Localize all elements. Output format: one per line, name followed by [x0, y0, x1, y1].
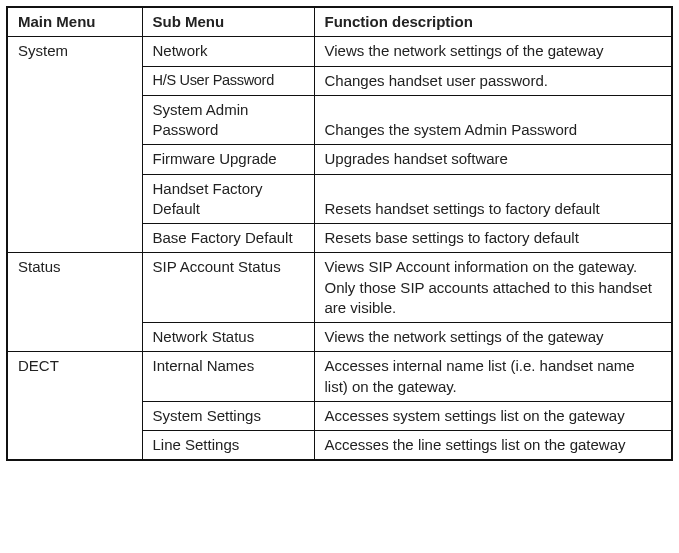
sub-menu-cell: Handset Factory Default — [142, 174, 314, 224]
menu-table: Main Menu Sub Menu Function description … — [6, 6, 673, 461]
main-menu-cell: System — [7, 37, 142, 253]
sub-menu-cell: Network Status — [142, 323, 314, 352]
desc-cell: Resets base settings to factory default — [314, 224, 672, 253]
sub-menu-cell: Base Factory Default — [142, 224, 314, 253]
table-header-row: Main Menu Sub Menu Function description — [7, 7, 672, 37]
desc-cell: Changes handset user password. — [314, 66, 672, 95]
desc-cell: Views SIP Account information on the gat… — [314, 253, 672, 323]
sub-menu-cell: Firmware Upgrade — [142, 145, 314, 174]
sub-menu-cell: System Settings — [142, 401, 314, 430]
desc-cell: Accesses internal name list (i.e. handse… — [314, 352, 672, 402]
table-row: DECT Internal Names Accesses internal na… — [7, 352, 672, 402]
header-main: Main Menu — [7, 7, 142, 37]
sub-menu-cell: Internal Names — [142, 352, 314, 402]
desc-cell: Resets handset settings to factory defau… — [314, 174, 672, 224]
sub-menu-cell: Line Settings — [142, 431, 314, 461]
desc-cell: Accesses system settings list on the gat… — [314, 401, 672, 430]
desc-cell: Accesses the line settings list on the g… — [314, 431, 672, 461]
sub-menu-cell: System Admin Password — [142, 95, 314, 145]
page: Main Menu Sub Menu Function description … — [0, 0, 679, 467]
sub-menu-cell: Network — [142, 37, 314, 66]
main-menu-cell: DECT — [7, 352, 142, 461]
header-desc: Function description — [314, 7, 672, 37]
table-row: Status SIP Account Status Views SIP Acco… — [7, 253, 672, 323]
desc-cell: Views the network settings of the gatewa… — [314, 37, 672, 66]
sub-menu-cell: H/S User Password — [142, 66, 314, 95]
desc-cell: Changes the system Admin Password — [314, 95, 672, 145]
table-row: System Network Views the network setting… — [7, 37, 672, 66]
desc-cell: Views the network settings of the gatewa… — [314, 323, 672, 352]
sub-menu-cell: SIP Account Status — [142, 253, 314, 323]
main-menu-cell: Status — [7, 253, 142, 352]
header-sub: Sub Menu — [142, 7, 314, 37]
desc-cell: Upgrades handset software — [314, 145, 672, 174]
